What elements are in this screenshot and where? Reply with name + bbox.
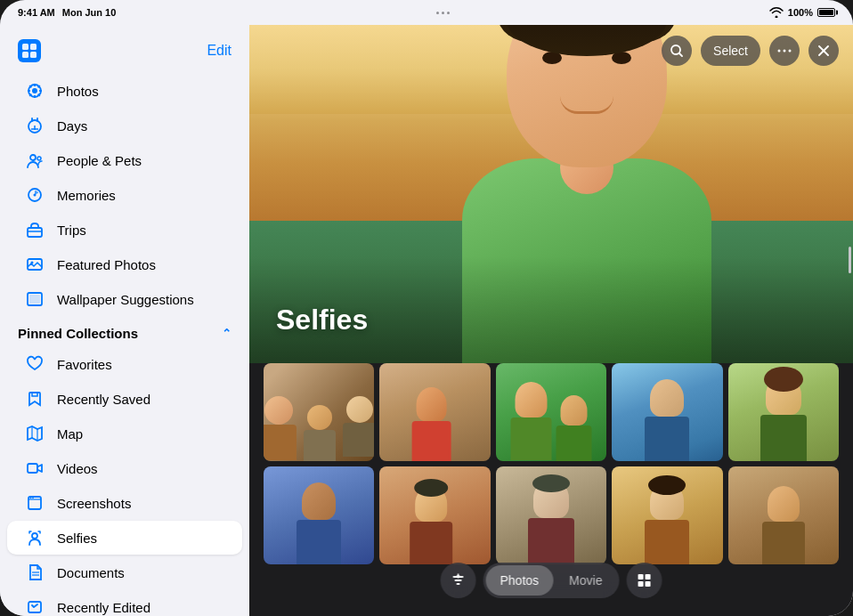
photo-row-2 — [264, 466, 839, 564]
svg-point-43 — [784, 50, 786, 53]
grid-button[interactable] — [626, 563, 662, 598]
svg-point-44 — [789, 50, 792, 53]
photo-people-9 — [645, 482, 689, 564]
svg-rect-29 — [28, 464, 37, 473]
photo-people-1 — [264, 396, 374, 461]
featured-label: Featured Photos — [57, 257, 156, 272]
photos-icon — [25, 81, 45, 101]
battery-percent: 100% — [788, 7, 813, 18]
svg-rect-21 — [28, 228, 42, 237]
close-button[interactable] — [808, 36, 839, 66]
sidebar-item-people-pets[interactable]: People & Pets — [7, 143, 242, 177]
edit-recent-icon — [25, 597, 45, 616]
svg-point-20 — [34, 194, 37, 197]
map-label: Map — [57, 426, 83, 442]
sidebar-item-wallpaper[interactable]: Wallpaper Suggestions — [7, 282, 242, 316]
people-pets-label: People & Pets — [57, 153, 142, 168]
photo-thumb-1[interactable] — [264, 363, 374, 461]
content-topbar: Select — [647, 25, 853, 77]
svg-rect-2 — [22, 52, 28, 58]
battery-icon — [817, 8, 835, 17]
sidebar-item-documents[interactable]: Documents — [7, 555, 242, 589]
sidebar-app-icon — [18, 39, 41, 62]
photo-thumb-8[interactable] — [496, 466, 606, 564]
more-button[interactable] — [769, 36, 800, 66]
heart-icon — [25, 354, 45, 374]
sidebar-item-favorites[interactable]: Favorites — [7, 347, 242, 381]
sidebar-item-trips[interactable]: Trips — [7, 213, 242, 247]
photo-people-8 — [528, 479, 574, 564]
sidebar-item-selfies[interactable]: Selfies — [7, 521, 242, 555]
photo-thumb-4[interactable] — [612, 363, 722, 461]
sidebar-item-photos[interactable]: Photos — [7, 74, 242, 108]
dot-1 — [436, 12, 439, 14]
photo-thumb-7[interactable] — [379, 466, 490, 564]
sidebar-item-featured[interactable]: Featured Photos — [7, 247, 242, 281]
svg-point-33 — [32, 533, 37, 539]
dot-2 — [442, 12, 444, 14]
app-container: Edit Photos Days People — [0, 25, 853, 616]
sidebar-item-memories[interactable]: Memories — [7, 178, 242, 212]
photo-thumb-5[interactable] — [728, 363, 839, 461]
movie-view-button[interactable]: Movie — [555, 565, 616, 596]
photo-grid-row1-container — [249, 363, 853, 584]
photos-app-icon — [22, 44, 37, 58]
video-icon — [25, 458, 45, 478]
svg-point-32 — [32, 498, 34, 499]
memories-icon — [25, 185, 45, 205]
select-button[interactable]: Select — [701, 36, 760, 66]
svg-line-41 — [679, 53, 682, 56]
sort-icon — [451, 572, 467, 588]
svg-rect-26 — [29, 295, 40, 304]
svg-rect-49 — [638, 581, 643, 587]
featured-icon — [25, 255, 45, 274]
status-bar: 9:41 AM Mon Jun 10 100% — [0, 0, 853, 25]
photo-people-4 — [645, 379, 689, 461]
svg-rect-50 — [645, 581, 650, 587]
photo-thumb-10[interactable] — [728, 466, 839, 564]
photo-people-5 — [760, 376, 807, 461]
search-icon — [670, 44, 684, 58]
photo-people-7 — [410, 486, 452, 564]
photo-thumb-2[interactable] — [379, 363, 490, 461]
photo-thumb-6[interactable] — [264, 466, 374, 564]
status-bar-center — [436, 12, 450, 14]
recently-edited-label: Recently Edited — [57, 600, 150, 615]
sidebar-item-recently-edited[interactable]: Recently Edited — [7, 590, 242, 616]
edit-button[interactable]: Edit — [207, 43, 232, 59]
sidebar-item-videos[interactable]: Videos — [7, 451, 242, 485]
sidebar-item-map[interactable]: Map — [7, 417, 242, 450]
ipad-frame: 9:41 AM Mon Jun 10 100% — [0, 0, 853, 616]
status-bar-right: 100% — [769, 7, 835, 18]
grid-icon — [637, 573, 651, 588]
close-icon — [818, 45, 829, 56]
photo-row-1 — [264, 363, 839, 461]
search-button[interactable] — [662, 36, 692, 66]
photo-people-2 — [411, 387, 451, 461]
document-icon — [25, 563, 45, 582]
sort-button[interactable] — [441, 563, 476, 598]
view-segment: Photos Movie — [483, 563, 620, 598]
dots-indicator — [436, 12, 450, 14]
days-label: Days — [57, 118, 87, 134]
bottom-toolbar: Photos Movie — [441, 563, 662, 598]
time: 9:41 AM — [18, 7, 55, 18]
favorites-label: Favorites — [57, 357, 112, 372]
svg-point-5 — [32, 88, 37, 93]
ellipsis-icon — [777, 49, 792, 53]
people-pets-icon — [25, 150, 45, 170]
documents-label: Documents — [57, 565, 125, 580]
status-bar-left: 9:41 AM Mon Jun 10 — [18, 7, 116, 18]
photos-view-button[interactable]: Photos — [486, 565, 554, 596]
sidebar-item-days[interactable]: Days — [7, 109, 242, 142]
wifi-icon — [769, 7, 784, 18]
photo-people-3 — [511, 382, 592, 461]
recently-saved-label: Recently Saved — [57, 392, 150, 407]
photo-thumb-3[interactable] — [496, 363, 606, 461]
sidebar-item-screenshots[interactable]: Screenshots — [7, 486, 242, 520]
photo-people-10 — [762, 486, 805, 564]
svg-rect-0 — [22, 44, 28, 50]
trips-icon — [25, 220, 45, 239]
photo-thumb-9[interactable] — [612, 466, 722, 564]
sidebar-item-recently-saved[interactable]: Recently Saved — [7, 382, 242, 416]
